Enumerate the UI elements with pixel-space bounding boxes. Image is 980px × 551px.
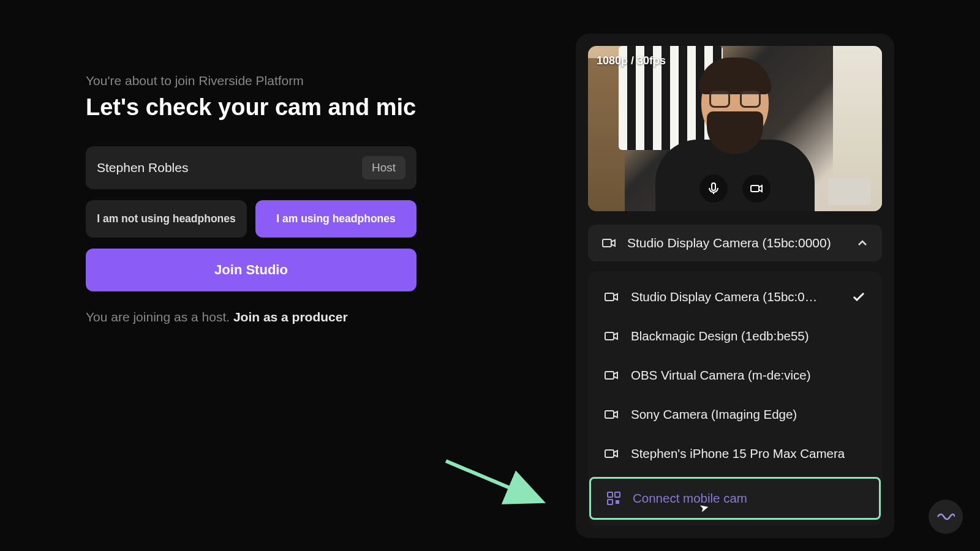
camera-preview-card: 1080p / 30fps Studio Display Camera (15b…: [576, 34, 894, 538]
join-hint: You are joining as a host. Join as a pro…: [86, 310, 417, 324]
waveform-icon: [937, 511, 955, 523]
camera-option-label: OBS Virtual Camera (m-de:vice): [631, 368, 866, 383]
role-badge: Host: [362, 156, 405, 179]
setup-panel: You're about to join Riverside Platform …: [24, 24, 453, 527]
display-name-input[interactable]: [97, 160, 362, 175]
resolution-badge: 1080p / 30fps: [597, 54, 666, 67]
headphones-no-button[interactable]: I am not using headphones: [86, 200, 247, 238]
connect-mobile-cam-label: Connect mobile cam: [633, 491, 863, 506]
name-input-row: Host: [86, 146, 417, 189]
svg-rect-8: [608, 492, 612, 497]
waveform-button[interactable]: [929, 500, 963, 534]
svg-rect-4: [605, 332, 614, 340]
camera-icon: [604, 408, 619, 421]
connect-mobile-cam-button[interactable]: Connect mobile cam: [589, 477, 881, 520]
headphone-toggle: I am not using headphones I am using hea…: [86, 200, 417, 238]
camera-toggle-button[interactable]: [742, 174, 771, 203]
camera-option[interactable]: OBS Virtual Camera (m-de:vice): [588, 356, 882, 395]
svg-rect-6: [605, 411, 614, 418]
subtitle: You're about to join Riverside Platform: [86, 73, 417, 88]
camera-option[interactable]: Sony Camera (Imaging Edge): [588, 395, 882, 434]
camera-option-label: Stephen's iPhone 15 Pro Max Camera: [631, 446, 866, 461]
microphone-icon: [706, 181, 721, 196]
svg-rect-7: [605, 450, 614, 457]
svg-rect-1: [751, 186, 759, 192]
camera-option[interactable]: Studio Display Camera (15bc:0…: [588, 277, 882, 317]
svg-rect-11: [616, 500, 619, 504]
camera-icon: [604, 291, 619, 303]
svg-rect-5: [605, 372, 614, 379]
camera-option[interactable]: Stephen's iPhone 15 Pro Max Camera: [588, 434, 882, 473]
svg-rect-10: [608, 500, 612, 504]
camera-icon: [604, 330, 619, 342]
svg-rect-3: [605, 293, 614, 301]
camera-icon: [604, 369, 619, 381]
camera-icon: [604, 448, 619, 460]
camera-icon: [601, 237, 616, 249]
camera-option[interactable]: Blackmagic Design (1edb:be55): [588, 317, 882, 356]
join-studio-button[interactable]: Join Studio: [86, 249, 417, 291]
mic-toggle-button[interactable]: [699, 174, 728, 203]
chevron-up-icon: [856, 237, 869, 249]
page-title: Let's check your cam and mic: [86, 94, 417, 121]
check-icon: [851, 290, 866, 304]
svg-rect-9: [615, 492, 620, 497]
join-hint-text: You are joining as a host.: [86, 310, 233, 324]
svg-rect-2: [603, 239, 611, 247]
camera-option-label: Blackmagic Design (1edb:be55): [631, 329, 866, 343]
svg-rect-0: [712, 183, 715, 190]
qr-code-icon: [607, 492, 620, 505]
camera-preview: 1080p / 30fps: [588, 46, 882, 211]
selected-camera-label: Studio Display Camera (15bc:0000): [627, 236, 845, 250]
camera-icon: [749, 181, 764, 196]
camera-select-dropdown[interactable]: Studio Display Camera (15bc:0000): [588, 225, 882, 261]
camera-options-list: Studio Display Camera (15bc:0… Blackmagi…: [588, 271, 882, 526]
headphones-yes-button[interactable]: I am using headphones: [255, 200, 417, 238]
join-as-producer-link[interactable]: Join as a producer: [233, 310, 348, 324]
camera-option-label: Studio Display Camera (15bc:0…: [631, 290, 839, 304]
camera-option-label: Sony Camera (Imaging Edge): [631, 407, 866, 422]
